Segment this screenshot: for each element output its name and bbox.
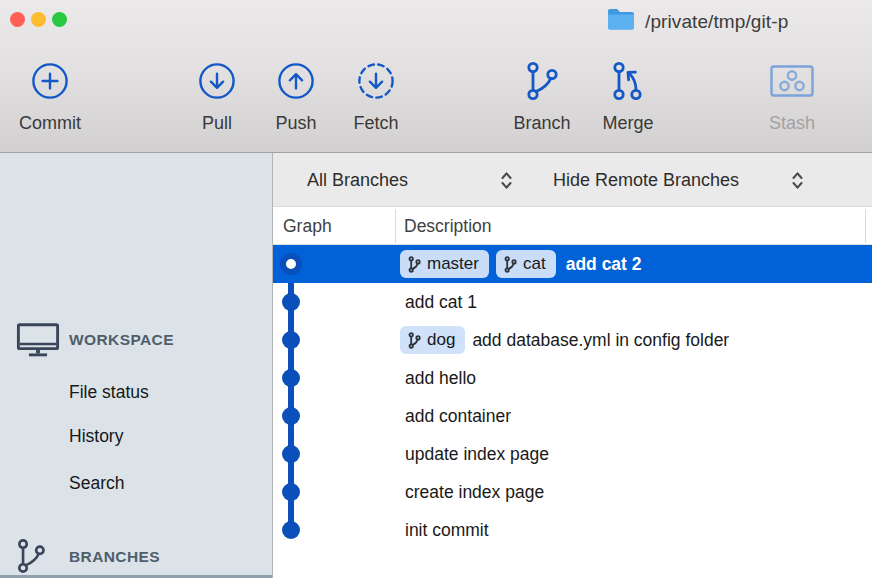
remote-filter-label: Hide Remote Branches — [553, 170, 739, 191]
commit-node-icon — [282, 445, 300, 463]
stash-icon — [770, 59, 814, 103]
history-table-header: Graph Description — [273, 207, 872, 245]
commit-description: init commit — [400, 520, 489, 541]
commit-row[interactable]: add hello — [273, 359, 872, 397]
chevron-updown-icon — [791, 170, 804, 191]
commit-list: mastercatadd cat 2add cat 1dogadd databa… — [273, 245, 872, 578]
toolbar-fetch-label: Fetch — [353, 113, 398, 134]
toolbar-merge-button[interactable]: Merge — [580, 59, 676, 134]
sidebar-section-branches: BRANCHES — [0, 536, 272, 578]
branch-badge-icon — [504, 256, 517, 273]
commit-row[interactable]: init commit — [273, 511, 872, 549]
folder-icon — [606, 7, 636, 36]
sidebar: WORKSPACEFile statusHistorySearchBRANCHE… — [0, 153, 273, 578]
arrow-down-circle-icon — [198, 59, 236, 103]
commit-node-icon — [282, 521, 300, 539]
toolbar-stash-label: Stash — [769, 113, 815, 134]
close-button[interactable] — [10, 12, 25, 27]
commit-node-icon — [282, 369, 300, 387]
branch-badge-icon — [408, 332, 421, 349]
window-title: /private/tmp/git-p — [645, 11, 788, 33]
commit-message: add hello — [405, 368, 476, 389]
commit-description: dogadd database.yml in config folder — [400, 326, 729, 354]
sidebar-item-search[interactable]: Search — [0, 468, 272, 498]
branch-badge-dog[interactable]: dog — [400, 326, 465, 354]
window-title-area: /private/tmp/git-p — [606, 7, 788, 36]
sidebar-section-label: WORKSPACE — [69, 331, 174, 349]
branch-badge-icon — [408, 256, 421, 273]
commit-message: add container — [405, 406, 511, 427]
toolbar-push-label: Push — [275, 113, 316, 134]
commit-message: add database.yml in config folder — [472, 330, 729, 351]
commit-description: create index page — [400, 482, 544, 503]
commit-message: add cat 1 — [405, 292, 477, 313]
commit-node-icon — [280, 253, 302, 275]
monitor-icon — [16, 321, 60, 365]
commit-message: add cat 2 — [566, 254, 642, 275]
sidebar-section-workspace: WORKSPACE — [0, 319, 272, 363]
arrow-up-circle-icon — [277, 59, 315, 103]
commit-row[interactable]: add container — [273, 397, 872, 435]
zoom-button[interactable] — [52, 12, 67, 27]
commit-node-icon — [282, 293, 300, 311]
commit-description: add hello — [400, 368, 476, 389]
toolbar-stash-button: Stash — [744, 59, 840, 134]
commit-row[interactable]: mastercatadd cat 2 — [273, 245, 872, 283]
chevron-updown-icon — [500, 170, 513, 191]
commit-row[interactable]: create index page — [273, 473, 872, 511]
branch-badge-label: cat — [523, 254, 546, 274]
filter-bar: All Branches Hide Remote Branches — [273, 153, 872, 207]
git-branch-icon — [525, 59, 559, 103]
plus-circle-icon — [31, 59, 69, 103]
sidebar-item-label: Search — [69, 473, 124, 494]
branch-badge-cat[interactable]: cat — [496, 250, 556, 278]
commit-description: update index page — [400, 444, 549, 465]
commit-message: create index page — [405, 482, 544, 503]
branch-badge-label: dog — [427, 330, 455, 350]
sidebar-section-label: BRANCHES — [69, 548, 160, 566]
toolbar-pull-label: Pull — [202, 113, 232, 134]
toolbar-branch-label: Branch — [513, 113, 570, 134]
sidebar-item-label: File status — [69, 382, 149, 403]
commit-row[interactable]: dogadd database.yml in config folder — [273, 321, 872, 359]
git-branch-icon — [16, 538, 46, 578]
toolbar-commit-label: Commit — [19, 113, 81, 134]
column-divider — [865, 209, 866, 243]
commit-description: mastercatadd cat 2 — [400, 250, 642, 278]
commit-node-icon — [282, 331, 300, 349]
window-chrome: /private/tmp/git-p CommitPullPushFetchBr… — [0, 0, 872, 153]
column-header-graph[interactable]: Graph — [283, 207, 332, 245]
toolbar-commit-button[interactable]: Commit — [2, 59, 98, 134]
commit-message: update index page — [405, 444, 549, 465]
commit-description: add cat 1 — [400, 292, 477, 313]
toolbar-branch-button[interactable]: Branch — [494, 59, 590, 134]
toolbar-fetch-button[interactable]: Fetch — [328, 59, 424, 134]
toolbar-merge-label: Merge — [602, 113, 653, 134]
git-merge-icon — [611, 59, 645, 103]
branch-filter-label: All Branches — [307, 170, 408, 191]
arrow-down-dashed-circle-icon — [357, 59, 395, 103]
commit-row[interactable]: add cat 1 — [273, 283, 872, 321]
app-window: /private/tmp/git-p CommitPullPushFetchBr… — [0, 0, 872, 578]
remote-filter-dropdown[interactable]: Hide Remote Branches — [553, 153, 804, 207]
branch-badge-label: master — [427, 254, 479, 274]
minimize-button[interactable] — [31, 12, 46, 27]
commit-node-icon — [282, 483, 300, 501]
column-header-description[interactable]: Description — [404, 207, 492, 245]
branch-filter-dropdown[interactable]: All Branches — [307, 153, 513, 207]
column-divider[interactable] — [395, 209, 396, 243]
traffic-lights — [10, 12, 67, 27]
commit-message: init commit — [405, 520, 489, 541]
commit-node-icon — [282, 407, 300, 425]
sidebar-item-label: History — [69, 426, 123, 447]
sidebar-item-history[interactable]: History — [0, 421, 272, 451]
sidebar-item-file-status[interactable]: File status — [0, 377, 272, 407]
commit-row[interactable]: update index page — [273, 435, 872, 473]
commit-description: add container — [400, 406, 511, 427]
branch-badge-master[interactable]: master — [400, 250, 489, 278]
